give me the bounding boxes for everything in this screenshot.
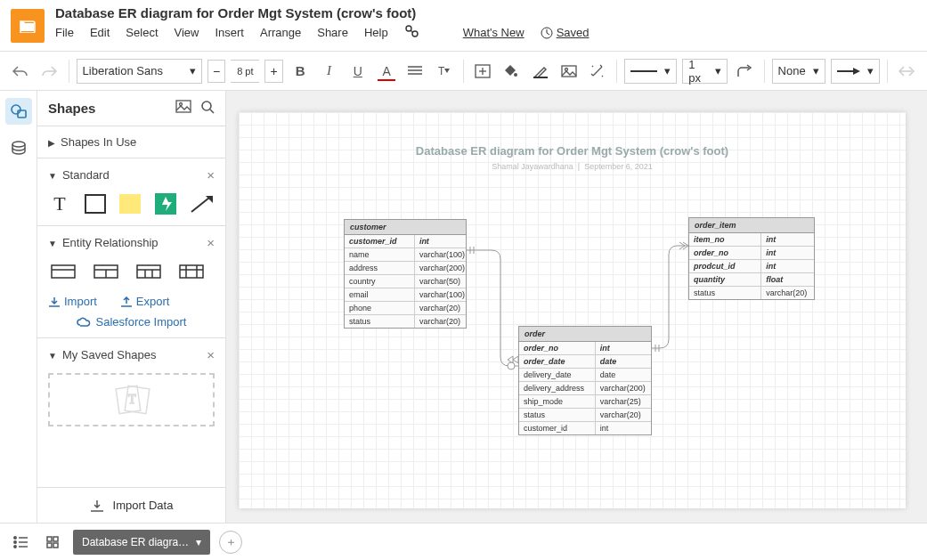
import-link[interactable]: Import [48,295,97,308]
menu-help[interactable]: Help [364,26,388,39]
saved-status[interactable]: Saved [541,26,590,39]
shape-note[interactable] [119,191,142,216]
data-panel-button[interactable] [5,135,32,162]
image-library-icon[interactable] [175,100,191,117]
italic-button[interactable]: I [317,59,340,84]
border-color-button[interactable] [528,59,551,84]
menu-edit[interactable]: Edit [90,26,110,39]
left-toolbar [0,91,37,523]
entity-customer[interactable]: customer customer_idintnamevarchar(100)a… [344,219,467,329]
fontsize-decrease[interactable]: − [207,60,226,83]
entity-row[interactable]: delivery_datedate [519,368,651,381]
text-color-button[interactable]: A [375,59,398,84]
arrow-end-select[interactable]: ▾ [831,59,880,84]
menu-view[interactable]: View [175,26,199,39]
underline-button[interactable]: U [346,59,370,84]
app-logo[interactable] [11,9,45,43]
tab-dropdown-icon[interactable]: ▾ [196,536,201,548]
line-style-select[interactable]: ▾ [624,59,677,84]
menu-file[interactable]: File [55,26,74,39]
page-tab[interactable]: Database ER diagra… ▾ [73,530,210,555]
undo-button[interactable] [9,59,32,84]
diagram-subtitle: Shamal Jayawardhana | September 6, 2021 [239,162,906,171]
er-shape-3[interactable] [134,259,164,284]
entity-row[interactable]: order_noint [519,342,651,354]
connector-customer-order[interactable] [467,237,518,370]
canvas[interactable]: Database ER diagram for Order Mgt System… [239,112,906,508]
entity-row[interactable]: prodcut_idint [689,259,814,272]
entity-row[interactable]: addressvarchar(200) [345,261,466,274]
entity-row[interactable]: phonevarchar(20) [345,301,466,314]
entity-row[interactable]: namevarchar(100) [345,248,466,261]
entity-row[interactable]: order_noint [689,246,814,259]
line-width-select[interactable]: 1 px▾ [682,59,728,84]
entity-order[interactable]: order order_nointorder_datedatedelivery_… [518,326,652,435]
entity-row[interactable]: statusvarchar(20) [519,408,651,421]
align-button[interactable] [403,59,427,84]
fontsize-increase[interactable]: + [264,60,283,83]
shapes-in-use-section[interactable]: ▶Shapes In Use [48,135,215,149]
my-saved-shapes-section[interactable]: ▼My Saved Shapes × [48,347,215,362]
shape-block[interactable] [154,191,177,216]
canvas-area[interactable]: Database ER diagram for Order Mgt System… [226,91,927,523]
bold-button[interactable]: B [289,59,312,84]
grid-view-button[interactable] [41,531,64,554]
er-shape-2[interactable] [91,259,121,284]
entity-row[interactable]: emailvarchar(100) [345,288,466,301]
entity-row[interactable]: ship_modevarchar(25) [519,394,651,408]
entity-row[interactable]: delivery_addressvarchar(200) [519,381,651,394]
shape-arrow[interactable] [190,191,215,216]
svg-line-23 [210,110,214,113]
document-title[interactable]: Database ER diagram for Order Mgt System… [55,5,927,20]
entity-row[interactable]: statusvarchar(20) [345,314,466,328]
menu-share[interactable]: Share [317,26,348,39]
connector-order-orderitem[interactable] [652,237,688,353]
entity-row[interactable]: statusvarchar(20) [689,286,814,299]
shape-rectangle[interactable] [84,191,107,216]
salesforce-import-link[interactable]: Salesforce Import [48,315,215,329]
shape-size-button[interactable] [471,59,494,84]
fontsize-value[interactable]: 8 pt [231,60,259,83]
search-tools-icon[interactable] [404,24,419,41]
redo-button[interactable] [37,59,61,84]
entity-order-item-rows: item_nointorder_nointprodcut_idintquanti… [689,233,814,299]
er-close[interactable]: × [207,235,215,250]
saved-shapes-dropzone[interactable]: T [48,373,215,426]
image-button[interactable] [557,59,581,84]
revert-button[interactable] [895,59,918,84]
standard-close[interactable]: × [207,167,215,183]
svg-rect-34 [180,265,203,278]
magic-button[interactable] [586,59,609,84]
entity-row[interactable]: item_noint [689,233,814,246]
entity-order-rows: order_nointorder_datedatedelivery_dateda… [519,342,651,434]
font-select[interactable]: Liberation Sans▾ [77,59,202,84]
shape-text[interactable]: T [48,191,71,216]
entity-order-item[interactable]: order_item item_nointorder_nointprodcut_… [688,217,815,300]
my-saved-close[interactable]: × [207,347,215,362]
menu-arrange[interactable]: Arrange [260,26,301,39]
arrow-start-select[interactable]: None▾ [772,59,825,84]
standard-section[interactable]: ▼Standard × [48,167,215,183]
entity-row[interactable]: countryvarchar(50) [345,274,466,288]
whats-new-link[interactable]: What's New [463,26,524,39]
diagram-title[interactable]: Database ER diagram for Order Mgt System… [239,144,906,158]
add-page-button[interactable]: ＋ [219,531,242,554]
menu-select[interactable]: Select [126,26,158,39]
entity-row[interactable]: customer_idint [345,235,466,248]
export-link[interactable]: Export [120,295,170,308]
svg-point-11 [514,73,517,77]
list-view-button[interactable] [9,531,32,554]
fill-color-button[interactable] [500,59,523,84]
entity-row[interactable]: customer_idint [519,421,651,434]
line-type-button[interactable] [733,59,756,84]
menu-insert[interactable]: Insert [215,26,244,39]
search-shapes-icon[interactable] [200,100,215,117]
entity-row[interactable]: quantityfloat [689,272,814,286]
er-shape-4[interactable] [176,259,207,284]
er-section[interactable]: ▼Entity Relationship × [48,235,215,250]
text-options-button[interactable]: T [433,59,456,84]
import-data-button[interactable]: Import Data [37,487,225,523]
entity-row[interactable]: order_datedate [519,354,651,368]
er-shape-1[interactable] [48,259,78,284]
shapes-panel-button[interactable] [5,98,32,125]
